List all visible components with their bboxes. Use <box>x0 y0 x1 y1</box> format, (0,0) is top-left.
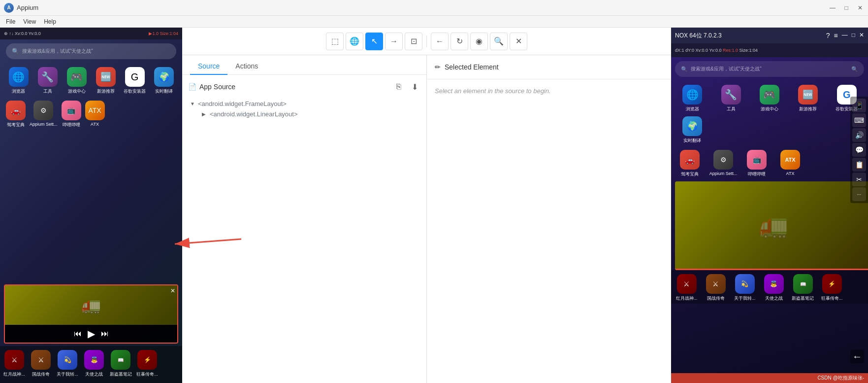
nox-side-btn-5[interactable]: 📋 <box>852 158 866 172</box>
minimize-button[interactable]: — <box>829 4 836 12</box>
media-controls: ⏮ ▶ ⏭ <box>5 325 177 343</box>
menu-file[interactable]: File <box>2 17 19 26</box>
media-player[interactable]: 🚛 ✕ ⏮ ▶ ⏭ <box>4 284 178 344</box>
device-content: 🔍 搜索游戏&应用，试试"天使之战" 🌐 浏览器 🔧 工具 🎮 <box>0 39 182 383</box>
app-grid-row1: 🌐 浏览器 🔧 工具 🎮 游戏中心 🆕 新游推荐 <box>0 63 182 99</box>
app-bottom-2[interactable]: ⚔ 国战传奇 <box>29 350 53 379</box>
nox-toolbar: dX:1 dY:0 Xv:0.0 Yv:0.0 Res:1.0 Size:1:0… <box>671 43 868 57</box>
toolbar: ⬚ 🌐 ↖ → ⊡ ← ↻ ◉ 🔍 ✕ <box>182 28 671 55</box>
nox-bottom-1[interactable]: ⚔ 红月战神... <box>673 274 700 302</box>
toolbar-close-button[interactable]: ✕ <box>510 33 527 50</box>
back-button[interactable]: ← <box>431 33 449 50</box>
nox-search-placeholder: 搜索游戏&应用，试试"天使之战" <box>691 66 762 72</box>
bottom-apps-dock: ⚔ 红月战神... ⚔ 国战传奇 💫 关于我转... 👼 天使之战 <box>0 346 182 383</box>
play-button[interactable]: ▶ <box>88 328 95 340</box>
nox-min-button[interactable]: — <box>842 32 848 39</box>
nox-app-translate[interactable]: 🌍 实时翻译 <box>675 116 709 144</box>
nox-app-browser[interactable]: 🌐 浏览器 <box>675 85 709 112</box>
search-button[interactable]: 🔍 <box>490 33 508 50</box>
nox-app-bilibili[interactable]: 📺 哔哩哔哩 <box>742 150 772 177</box>
source-header: 📄 App Source ⎘ ⬇ <box>188 81 420 93</box>
app-tools[interactable]: 🔧 工具 <box>35 67 60 95</box>
close-button[interactable]: ✕ <box>856 4 864 12</box>
app-bilibili[interactable]: 📺 哔哩哔哩 <box>62 101 81 128</box>
nox-back-button[interactable]: ← <box>850 349 864 363</box>
app-appium-settings[interactable]: ⚙ Appium Sett... <box>30 101 58 128</box>
device-panel: ⊕ ↑↓ Xv:0.0 Yv:0.0 ▶1.0 Size:1:04 🔍 搜索游戏… <box>0 28 182 383</box>
selected-element-panel: ✏ Selected Element Select an element in … <box>427 55 671 383</box>
app-bottom-1[interactable]: ⚔ 红月战神... <box>2 350 27 379</box>
nox-panel: NOX 64位 7.0.2.3 ? ≡ — □ ✕ dX:1 dY:0 Xv:0… <box>671 28 868 383</box>
tab-source[interactable]: Source <box>190 58 227 75</box>
content-area: ⬚ 🌐 ↖ → ⊡ ← ↻ ◉ 🔍 ✕ Source Actions <box>182 28 671 383</box>
nox-side-btn-3[interactable]: 🔊 <box>852 128 866 142</box>
eye-button[interactable]: ◉ <box>470 33 488 50</box>
nox-app-tools[interactable]: 🔧 工具 <box>713 85 748 112</box>
nox-bottom-6[interactable]: ⚡ 狂暴传奇... <box>818 274 845 302</box>
select-mode-button[interactable]: ⬚ <box>326 33 344 50</box>
nox-content: 🔍 搜索游戏&应用，试试"天使之战" 🔍 🌐 浏览器 🔧 工具 🎮 游戏中心 <box>671 57 868 373</box>
nox-app-new-games[interactable]: 🆕 新游推荐 <box>791 85 825 112</box>
nox-bottom-4[interactable]: 👼 天使之战 <box>760 274 787 302</box>
nox-menu-icon[interactable]: ≡ <box>834 32 838 39</box>
menu-view[interactable]: View <box>19 17 40 26</box>
nox-app-appium[interactable]: ⚙ Appium Sett... <box>708 150 738 177</box>
copy-source-button[interactable]: ⎘ <box>393 81 405 93</box>
nox-side-btn-4[interactable]: 💬 <box>852 143 866 157</box>
tree-item-framelayout[interactable]: ▼ <android.widget.FrameLayout> <box>188 99 420 109</box>
nox-side-btn-2[interactable]: ⌨ <box>852 113 866 127</box>
swipe-mode-button[interactable]: → <box>385 33 403 50</box>
maximize-button[interactable]: □ <box>842 4 850 12</box>
csdn-footer: CSDN @吃指原味张- <box>671 373 868 383</box>
app-translate[interactable]: 🌍 实时翻译 <box>151 67 176 95</box>
app-new-games[interactable]: 🆕 新游推荐 <box>93 67 118 95</box>
panels-area: Source Actions 📄 App Source ⎘ ⬇ <box>182 55 671 383</box>
selected-element-hint: Select an element in the source to begin… <box>427 79 671 103</box>
nox-bottom-5[interactable]: 📖 新盗墓笔记 <box>789 274 816 302</box>
media-close-button[interactable]: ✕ <box>170 287 175 294</box>
download-source-button[interactable]: ⬇ <box>409 81 420 93</box>
nox-search-bar[interactable]: 🔍 搜索游戏&应用，试试"天使之战" 🔍 <box>675 61 864 77</box>
nox-bottom-2[interactable]: ⚔ 国战传奇 <box>702 274 729 302</box>
nox-app-grid-row1: 🌐 浏览器 🔧 工具 🎮 游戏中心 🆕 新游推荐 G 谷歌安装器 <box>671 81 868 148</box>
tree-child-group: ▶ <android.widget.LinearLayout> <box>200 109 420 119</box>
title-bar: A Appium — □ ✕ <box>0 0 868 16</box>
nox-max-button[interactable]: □ <box>852 32 855 39</box>
status-right: ▶1.0 Size:1:04 <box>149 31 178 36</box>
appium-icon: A <box>4 3 14 13</box>
web-mode-button[interactable]: 🌐 <box>346 33 363 50</box>
nox-app-game-center[interactable]: 🎮 游戏中心 <box>752 85 787 112</box>
app-bottom-3[interactable]: 💫 关于我转... <box>55 350 80 379</box>
selected-element-title: Selected Element <box>445 63 499 71</box>
nox-app-atx[interactable]: ATX ATX <box>775 150 805 177</box>
prev-button[interactable]: ⏮ <box>74 329 82 338</box>
refresh-button[interactable]: ↻ <box>450 33 468 50</box>
nox-help-icon[interactable]: ? <box>826 32 830 39</box>
next-button[interactable]: ⏭ <box>101 329 109 338</box>
app-browser[interactable]: 🌐 浏览器 <box>6 67 31 95</box>
app-bottom-4[interactable]: 👼 天使之战 <box>82 350 106 379</box>
nox-side-btn-1[interactable]: 📱 <box>852 99 866 112</box>
pinch-mode-button[interactable]: ⊡ <box>405 33 422 50</box>
tab-actions[interactable]: Actions <box>227 58 266 75</box>
nox-app-driver[interactable]: 🚗 驾考宝典 <box>675 150 705 177</box>
app-game-center[interactable]: 🎮 游戏中心 <box>64 67 89 95</box>
pointer-mode-button[interactable]: ↖ <box>365 33 383 50</box>
nox-bottom-apps: ⚔ 红月战神... ⚔ 国战传奇 💫 关于我转... 👼 天使之战 📖 <box>671 270 868 304</box>
tree-item-linearlayout[interactable]: ▶ <android.widget.LinearLayout> <box>200 109 420 119</box>
app-bottom-6[interactable]: ⚡ 狂暴传奇... <box>135 350 160 379</box>
app-google-installer[interactable]: G 谷歌安装器 <box>122 67 147 95</box>
nox-media-preview: 🚛 <box>675 181 868 270</box>
app-driver[interactable]: 🚗 驾考宝典 <box>6 101 26 128</box>
app-atx[interactable]: ATX ATX <box>85 101 105 128</box>
menu-help[interactable]: Help <box>40 17 60 26</box>
app-title: Appium <box>17 4 38 11</box>
device-search-bar[interactable]: 🔍 搜索游戏&应用，试试"天使之战" <box>6 43 176 59</box>
search-placeholder: 搜索游戏&应用，试试"天使之战" <box>22 48 93 55</box>
app-bottom-5[interactable]: 📖 新盗墓笔记 <box>108 350 133 379</box>
selected-element-header: ✏ Selected Element <box>427 55 671 79</box>
nox-bottom-3[interactable]: 💫 关于我转... <box>731 274 758 302</box>
tree-tag-2: <android.widget.LinearLayout> <box>210 110 298 118</box>
nox-close-button[interactable]: ✕ <box>859 32 864 39</box>
app-logo: A Appium <box>4 3 38 13</box>
